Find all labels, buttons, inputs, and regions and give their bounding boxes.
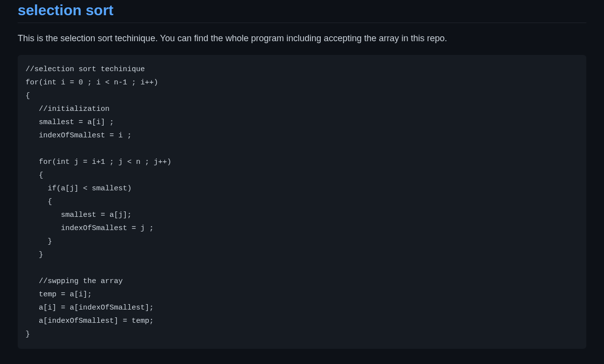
code-block: //selection sort techinique for(int i = … [18, 55, 586, 349]
section-heading: selection sort [18, 0, 586, 23]
section-description: This is the selection sort techinique. Y… [18, 32, 586, 45]
readme-content: selection sort This is the selection sor… [0, 0, 604, 364]
code-content: //selection sort techinique for(int i = … [26, 63, 578, 341]
